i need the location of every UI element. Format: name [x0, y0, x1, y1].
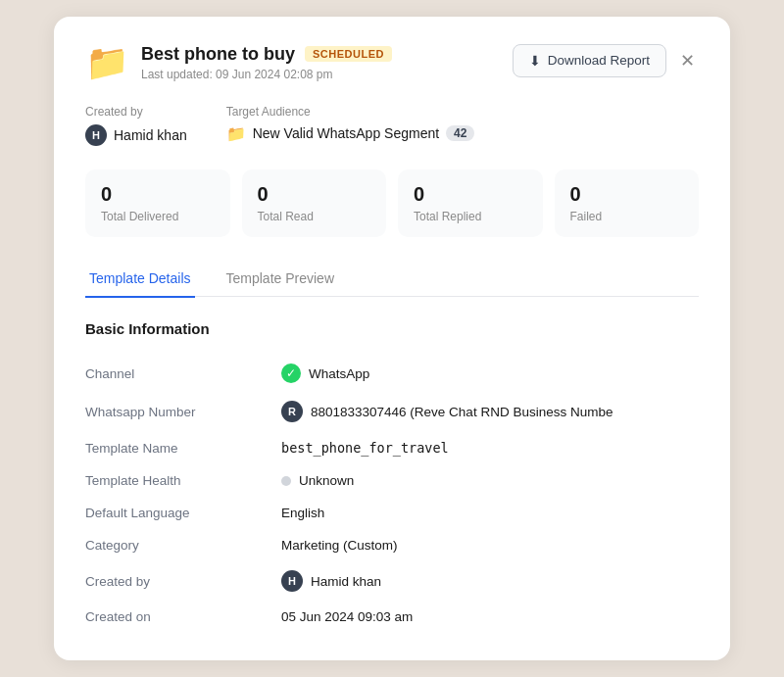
campaign-card: 📁 Best phone to buy SCHEDULED Last updat…: [54, 17, 730, 661]
stat-card: 0 Total Delivered: [85, 169, 230, 237]
info-row: Category Marketing (Custom): [85, 529, 699, 561]
created-by-label: Created by: [85, 105, 187, 119]
info-row: Created on 05 Jun 2024 09:03 am: [85, 601, 699, 633]
reve-avatar: R: [281, 401, 303, 422]
audience-name: New Valid WhatsApp Segment: [253, 125, 439, 141]
close-button[interactable]: ✕: [676, 48, 699, 73]
stat-card: 0 Total Read: [242, 169, 387, 237]
info-val: Marketing (Custom): [281, 538, 699, 553]
creator-name: Hamid khan: [114, 127, 187, 143]
header-left: 📁 Best phone to buy SCHEDULED Last updat…: [85, 44, 392, 81]
health-dot: [281, 476, 291, 486]
created-by-section: Created by H Hamid khan: [85, 105, 187, 146]
info-val: best_phone_for_travel: [281, 440, 699, 456]
meta-row: Created by H Hamid khan Target Audience …: [85, 105, 699, 146]
stat-label: Total Read: [258, 210, 371, 223]
info-key: Template Health: [85, 473, 281, 488]
download-label: Download Report: [548, 53, 650, 68]
stat-number: 0: [258, 183, 371, 206]
tab-template-preview[interactable]: Template Preview: [222, 261, 339, 298]
stat-card: 0 Total Replied: [398, 169, 543, 237]
target-audience-label: Target Audience: [226, 105, 475, 119]
audience-count: 42: [446, 125, 474, 141]
card-header: 📁 Best phone to buy SCHEDULED Last updat…: [85, 44, 699, 81]
info-val: HHamid khan: [281, 570, 699, 592]
created-by-value: H Hamid khan: [85, 124, 187, 146]
stat-label: Total Replied: [414, 210, 527, 223]
info-key: Channel: [85, 366, 281, 381]
info-key: Template Name: [85, 441, 281, 456]
info-row: Whatsapp Number R8801833307446 (Reve Cha…: [85, 392, 699, 431]
whatsapp-icon: ✓: [281, 363, 301, 383]
stat-card: 0 Failed: [555, 169, 700, 237]
stats-row: 0 Total Delivered 0 Total Read 0 Total R…: [85, 169, 699, 237]
info-key: Category: [85, 538, 281, 553]
target-audience-value: 📁 New Valid WhatsApp Segment 42: [226, 124, 475, 143]
title-group: Best phone to buy SCHEDULED Last updated…: [141, 44, 392, 81]
creator-avatar: H: [85, 124, 107, 146]
last-updated: Last updated: 09 Jun 2024 02:08 pm: [141, 68, 392, 81]
info-row: Template Health Unknown: [85, 464, 699, 497]
stat-number: 0: [570, 183, 684, 206]
tabs: Template DetailsTemplate Preview: [85, 261, 699, 298]
stat-label: Failed: [570, 210, 684, 223]
title-row: Best phone to buy SCHEDULED: [141, 44, 392, 65]
info-row: Created by HHamid khan: [85, 561, 699, 601]
header-right: ⬇ Download Report ✕: [513, 44, 699, 77]
info-table: Channel ✓WhatsApp Whatsapp Number R88018…: [85, 355, 699, 633]
stat-number: 0: [101, 183, 215, 206]
target-audience-section: Target Audience 📁 New Valid WhatsApp Seg…: [226, 105, 475, 146]
campaign-title: Best phone to buy: [141, 44, 295, 65]
info-key: Created by: [85, 574, 281, 589]
stat-label: Total Delivered: [101, 210, 215, 223]
info-row: Template Name best_phone_for_travel: [85, 431, 699, 464]
info-key: Default Language: [85, 506, 281, 520]
info-key: Created on: [85, 609, 281, 624]
tab-template-details[interactable]: Template Details: [85, 261, 195, 298]
info-key: Whatsapp Number: [85, 405, 281, 419]
info-row: Channel ✓WhatsApp: [85, 355, 699, 392]
info-val: ✓WhatsApp: [281, 363, 699, 383]
info-val: English: [281, 506, 699, 520]
info-val: R8801833307446 (Reve Chat RND Business N…: [281, 401, 699, 422]
creator-avatar-small: H: [281, 570, 303, 592]
download-icon: ⬇: [529, 53, 541, 69]
info-val: Unknown: [281, 473, 699, 488]
folder-icon: 📁: [85, 45, 129, 80]
audience-folder-icon: 📁: [226, 124, 246, 143]
basic-info-title: Basic Information: [85, 320, 699, 337]
stat-number: 0: [414, 183, 527, 206]
info-val: 05 Jun 2024 09:03 am: [281, 609, 699, 624]
status-badge: SCHEDULED: [305, 46, 392, 62]
basic-info-section: Basic Information Channel ✓WhatsApp What…: [85, 320, 699, 633]
info-row: Default Language English: [85, 497, 699, 529]
download-report-button[interactable]: ⬇ Download Report: [513, 44, 666, 77]
